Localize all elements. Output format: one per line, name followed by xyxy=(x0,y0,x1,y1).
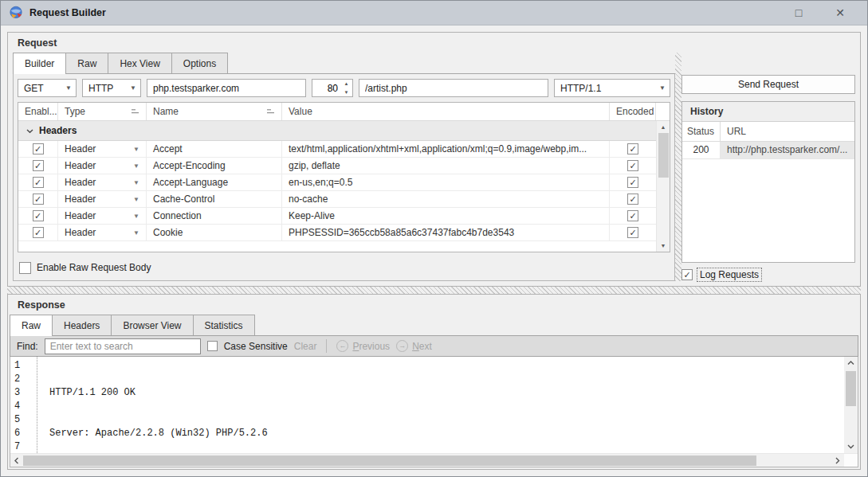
tab-browser-view[interactable]: Browser View xyxy=(111,315,193,335)
spinner-up-icon[interactable]: ▲ xyxy=(340,80,352,88)
path-input[interactable] xyxy=(359,79,548,97)
column-header-name-label: Name xyxy=(153,106,179,117)
next-label: Next xyxy=(412,341,432,352)
scroll-down-icon[interactable]: ▼ xyxy=(657,240,670,252)
tab-options[interactable]: Options xyxy=(171,53,228,73)
name-cell[interactable]: Cookie xyxy=(147,225,282,240)
find-next-button[interactable]: → Next xyxy=(396,340,432,352)
history-column-url[interactable]: URL xyxy=(721,122,854,141)
type-cell[interactable]: Header▼ xyxy=(58,141,147,157)
history-row[interactable]: 200 http://php.testsparker.com/... xyxy=(682,142,854,159)
encoded-checkbox[interactable]: ✓ xyxy=(627,143,638,154)
host-input[interactable] xyxy=(147,79,306,97)
case-sensitive-checkbox[interactable] xyxy=(207,341,218,351)
history-status-cell[interactable]: 200 xyxy=(682,142,721,158)
method-select[interactable]: GET ▼ xyxy=(18,79,77,97)
editor-hscrollbar-thumb[interactable] xyxy=(23,455,756,466)
grid-scrollbar-thumb[interactable] xyxy=(658,133,669,178)
find-previous-button[interactable]: ← Previous xyxy=(336,340,390,352)
find-input[interactable] xyxy=(45,338,201,354)
scroll-left-icon[interactable] xyxy=(10,454,23,467)
enabled-checkbox[interactable]: ✓ xyxy=(33,160,44,171)
maximize-button[interactable]: □ xyxy=(795,7,802,18)
type-cell[interactable]: Header▼ xyxy=(58,174,147,190)
type-value: Header xyxy=(65,143,96,154)
scroll-up-icon[interactable] xyxy=(844,357,858,369)
raw-body-checkbox[interactable] xyxy=(19,262,31,274)
column-header-enabled[interactable]: Enabl... xyxy=(18,103,58,120)
scrollbar-corner xyxy=(844,454,858,467)
name-cell[interactable]: Accept xyxy=(147,141,282,157)
type-cell[interactable]: Header▼ xyxy=(58,191,147,207)
tab-raw[interactable]: Raw xyxy=(65,53,108,73)
clear-button[interactable]: Clear xyxy=(294,341,317,352)
response-text[interactable]: HTTP/1.1 200 OK Server: Apache/2.2.8 (Wi… xyxy=(37,357,844,453)
value-cell[interactable]: text/html,application/xhtml+xml,applicat… xyxy=(282,141,610,157)
type-value: Header xyxy=(65,177,96,188)
tab-hex-view[interactable]: Hex View xyxy=(108,53,171,73)
previous-label: Previous xyxy=(352,341,390,352)
type-cell[interactable]: Header▼ xyxy=(58,208,147,224)
line-number: 2 xyxy=(14,373,37,386)
enabled-checkbox[interactable]: ✓ xyxy=(33,194,44,205)
value-cell[interactable]: Keep-Alive xyxy=(282,208,610,224)
editor-bottom xyxy=(10,453,858,467)
name-cell[interactable]: Connection xyxy=(147,208,282,224)
close-button[interactable]: ✕ xyxy=(835,7,845,18)
encoded-checkbox[interactable]: ✓ xyxy=(627,210,638,221)
port-input[interactable] xyxy=(312,80,340,96)
tab-response-headers[interactable]: Headers xyxy=(52,315,112,335)
column-header-name[interactable]: Name xyxy=(147,103,282,120)
response-line: Server: Apache/2.2.8 (Win32) PHP/5.2.6 xyxy=(49,427,844,440)
editor-horizontal-scrollbar[interactable] xyxy=(10,454,844,467)
scroll-right-icon[interactable] xyxy=(831,454,844,467)
value-cell[interactable]: en-us,en;q=0.5 xyxy=(282,174,610,190)
history-column-status[interactable]: Status xyxy=(682,122,721,141)
value-cell[interactable]: no-cache xyxy=(282,191,610,207)
titlebar: Request Builder □ ✕ xyxy=(1,1,867,25)
name-cell[interactable]: Accept-Language xyxy=(147,174,282,190)
grid-vertical-scrollbar[interactable]: ▲ ▼ xyxy=(656,121,670,252)
http-version-select[interactable]: HTTP/1.1 ▼ xyxy=(554,79,670,97)
name-cell[interactable]: Accept-Encoding xyxy=(147,158,282,174)
encoded-checkbox[interactable]: ✓ xyxy=(627,227,638,238)
headers-group-row[interactable]: Headers xyxy=(18,121,656,141)
scroll-up-icon[interactable]: ▲ xyxy=(657,121,670,133)
type-cell[interactable]: Header▼ xyxy=(58,225,147,240)
column-header-value[interactable]: Value xyxy=(282,103,610,120)
enabled-checkbox[interactable]: ✓ xyxy=(33,227,44,238)
scroll-down-icon[interactable] xyxy=(844,440,858,453)
log-requests-checkbox[interactable]: ✓ xyxy=(681,269,693,280)
editor-scrollbar-thumb[interactable] xyxy=(846,371,856,406)
tab-builder[interactable]: Builder xyxy=(13,53,66,74)
checkmark-icon: ✓ xyxy=(34,162,41,170)
enabled-checkbox[interactable]: ✓ xyxy=(33,210,44,221)
column-header-type[interactable]: Type xyxy=(58,103,147,120)
column-header-encoded[interactable]: Encoded xyxy=(610,103,656,120)
value-cell[interactable]: gzip, deflate xyxy=(282,158,610,174)
encoded-checkbox[interactable]: ✓ xyxy=(627,160,638,171)
horizontal-splitter[interactable] xyxy=(7,287,861,294)
checkmark-icon: ✓ xyxy=(629,162,636,170)
scheme-select[interactable]: HTTP ▼ xyxy=(82,79,141,97)
spinner-down-icon[interactable]: ▼ xyxy=(340,88,352,97)
name-cell[interactable]: Cache-Control xyxy=(147,191,282,207)
enabled-checkbox[interactable]: ✓ xyxy=(33,177,44,188)
value-cell[interactable]: PHPSESSID=365ccb58a85a6c37437fabc4b7de35… xyxy=(282,225,610,240)
encoded-checkbox[interactable]: ✓ xyxy=(627,194,638,205)
vertical-splitter[interactable] xyxy=(675,53,681,281)
tab-response-raw[interactable]: Raw xyxy=(10,315,53,336)
port-stepper[interactable]: ▲ ▼ xyxy=(312,79,353,97)
type-cell[interactable]: Header▼ xyxy=(58,158,147,174)
type-value: Header xyxy=(65,227,96,238)
response-body: Raw Headers Browser View Statistics Find… xyxy=(8,315,860,469)
enabled-checkbox[interactable]: ✓ xyxy=(33,143,44,154)
tab-statistics[interactable]: Statistics xyxy=(193,315,255,335)
encoded-checkbox[interactable]: ✓ xyxy=(627,177,638,188)
editor-vertical-scrollbar[interactable] xyxy=(844,357,858,453)
next-arrow-icon: → xyxy=(396,340,408,352)
sort-icon xyxy=(267,108,275,115)
history-url-cell[interactable]: http://php.testsparker.com/... xyxy=(721,142,854,158)
editor-main: 1 2 3 4 5 6 7 HTTP/1.1 200 OK Server: Ap… xyxy=(10,357,858,453)
send-request-button[interactable]: Send Request xyxy=(681,75,855,94)
